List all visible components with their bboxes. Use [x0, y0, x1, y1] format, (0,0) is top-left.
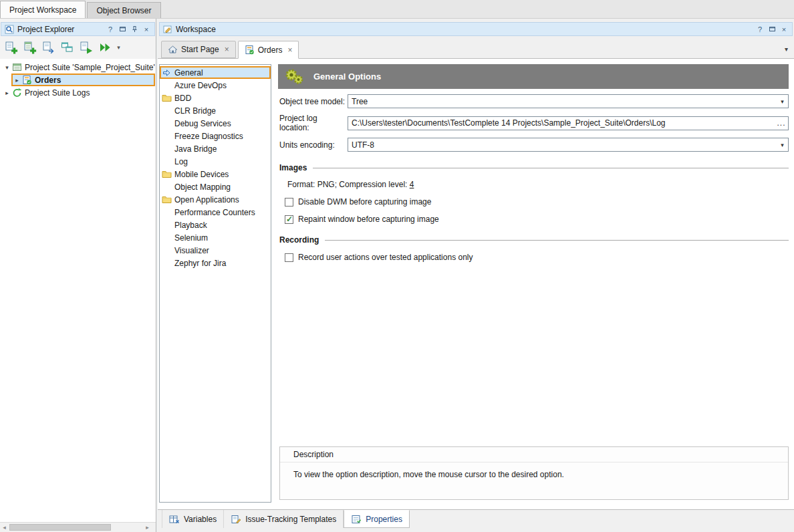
workspace-panel: Workspace ?× Start Page×Orders× ▾ Genera… [158, 19, 794, 532]
tree-item-orders[interactable]: ▸Orders [0, 74, 156, 86]
scroll-right-icon[interactable]: ▸ [143, 523, 152, 532]
select-units-encoding[interactable]: UTF-8▾ [348, 138, 789, 152]
options-item-general[interactable]: General [160, 66, 271, 79]
options-item-label: Log [174, 157, 188, 166]
options-item-label: Java Bridge [174, 144, 217, 154]
add-project-suite-item-icon[interactable] [2, 39, 20, 57]
properties-icon [351, 515, 362, 524]
main-tabbar: Project WorkspaceObject Browser [0, 0, 794, 19]
bottom-tab-properties[interactable]: Properties [344, 510, 410, 528]
chevron-down-icon[interactable]: ▾ [777, 98, 788, 105]
bottom-tab-label: Properties [366, 515, 402, 524]
scroll-left-icon[interactable]: ◂ [0, 523, 9, 532]
variables-icon [169, 515, 180, 524]
help-icon[interactable]: ? [755, 24, 765, 34]
section-header-images: Images [278, 163, 789, 172]
compression-level-link[interactable]: 4 [410, 180, 414, 189]
options-item-freeze-diagnostics[interactable]: Freeze Diagnostics [160, 130, 271, 142]
options-sections: ImagesFormat: PNG; Compression level: 4D… [278, 152, 789, 262]
description-title: Description [280, 447, 788, 462]
scrollbar-thumb[interactable] [9, 524, 111, 531]
close-icon[interactable]: × [779, 24, 789, 34]
doc-tab-start-page[interactable]: Start Page× [161, 41, 236, 58]
project-suite-icon [11, 62, 22, 72]
tree-item-project-suite-sample-project-suite-1-p[interactable]: ▾Project Suite 'Sample_Project_Suite' (1… [0, 61, 156, 74]
options-item-clr-bridge[interactable]: CLR Bridge [160, 104, 271, 117]
project-explorer-title: Project Explorer [17, 25, 102, 34]
options-item-performance-counters[interactable]: Performance Counters [160, 206, 271, 219]
run-project-icon[interactable] [77, 39, 95, 57]
help-icon[interactable]: ? [106, 24, 115, 34]
browse-button[interactable]: ... [775, 118, 788, 128]
select-value: Tree [352, 97, 777, 106]
close-tab-icon[interactable]: × [287, 45, 292, 55]
options-item-open-applications[interactable]: Open Applications [160, 193, 271, 206]
project-icon [245, 45, 255, 55]
input-project-log-location[interactable]: C:\Users\tester\Documents\TestComplete 1… [348, 116, 789, 130]
chevron-collapsed-icon[interactable]: ▸ [13, 77, 21, 84]
horizontal-scrollbar[interactable]: ◂ ▸ [0, 522, 156, 532]
main-tab-object-browser[interactable]: Object Browser [87, 2, 160, 18]
add-project-item-icon[interactable] [21, 39, 39, 57]
testcomplete-window: Project WorkspaceObject Browser Project … [0, 0, 794, 532]
description-text: To view the option description, move the… [280, 462, 788, 479]
pin-icon[interactable] [130, 24, 139, 34]
tab-list-chevron-icon[interactable]: ▾ [785, 45, 788, 53]
workspace-icon [163, 25, 172, 34]
select-object-tree-model[interactable]: Tree▾ [348, 94, 789, 108]
doc-tab-orders[interactable]: Orders× [238, 41, 299, 59]
close-tab-icon[interactable]: × [225, 45, 229, 54]
float-icon[interactable] [767, 24, 777, 34]
options-item-selenium[interactable]: Selenium [160, 231, 271, 244]
options-content: General Options Object tree model:Tree▾P… [278, 64, 789, 503]
bottom-tab-issue-tracking-templates[interactable]: Issue-Tracking Templates [224, 510, 344, 528]
run-project-suite-icon[interactable] [96, 39, 114, 57]
folder-icon [162, 195, 172, 204]
chevron-collapsed-icon[interactable]: ▸ [3, 90, 11, 96]
options-item-label: Debug Services [174, 119, 231, 128]
options-item-log[interactable]: Log [160, 155, 271, 168]
document-tabs: Start Page×Orders× [161, 41, 301, 58]
options-item-label: Zephyr for Jira [174, 259, 226, 268]
field-label: Object tree model: [279, 97, 348, 106]
organize-items-icon[interactable] [58, 39, 76, 57]
main-tab-project-workspace[interactable]: Project Workspace [0, 1, 86, 18]
options-category-list: GeneralAzure DevOpsBDDCLR BridgeDebug Se… [159, 64, 271, 503]
chevron-expanded-icon[interactable]: ▾ [3, 64, 11, 71]
logs-icon [11, 88, 22, 98]
toolbar-options-icon[interactable]: ▾ [114, 39, 123, 57]
folder-icon [162, 170, 172, 178]
image-format-info: Format: PNG; Compression level: 4 [287, 180, 789, 189]
tree-item-inner: ▾Project Suite 'Sample_Project_Suite' (1… [3, 61, 155, 74]
options-item-playback[interactable]: Playback [160, 219, 271, 231]
chevron-down-icon[interactable]: ▾ [777, 142, 788, 148]
tree-item-project-suite-logs[interactable]: ▸Project Suite Logs [0, 86, 156, 99]
document-area: GeneralAzure DevOpsBDDCLR BridgeDebug Se… [158, 58, 794, 509]
options-item-label: Selenium [174, 233, 208, 243]
options-item-label: Azure DevOps [174, 81, 227, 90]
bottom-tab-variables[interactable]: Variables [162, 510, 224, 528]
options-item-debug-services[interactable]: Debug Services [160, 117, 271, 130]
close-icon[interactable]: × [142, 24, 151, 34]
home-icon [168, 45, 178, 54]
options-item-label: Freeze Diagnostics [174, 132, 243, 141]
options-item-bdd[interactable]: BDD [160, 92, 271, 104]
options-item-mobile-devices[interactable]: Mobile Devices [160, 168, 271, 180]
options-item-visualizer[interactable]: Visualizer [160, 244, 271, 257]
options-item-zephyr-for-jira[interactable]: Zephyr for Jira [160, 257, 271, 269]
field-row-project-log-location: Project log location:C:\Users\tester\Doc… [278, 114, 789, 132]
document-tabbar: Start Page×Orders× ▾ [158, 36, 794, 58]
options-item-label: Performance Counters [174, 208, 255, 217]
options-item-azure-devops[interactable]: Azure DevOps [160, 79, 271, 92]
add-existing-item-icon[interactable] [39, 39, 57, 57]
options-item-object-mapping[interactable]: Object Mapping [160, 180, 271, 193]
options-item-java-bridge[interactable]: Java Bridge [160, 142, 271, 155]
checkbox-disable-dwm-before-capturing-image[interactable] [285, 198, 293, 207]
checkbox-repaint-window-before-capturing-image[interactable] [285, 215, 293, 224]
float-icon[interactable] [118, 24, 127, 34]
check-row-repaint-window-before-capturing-image: Repaint window before capturing image [278, 215, 789, 224]
options-item-label: Open Applications [174, 195, 239, 205]
checkbox-record-user-actions-over-tested-applications-only[interactable] [285, 253, 293, 262]
description-box: Description To view the option descripti… [279, 446, 789, 500]
checkbox-label: Record user actions over tested applicat… [298, 253, 473, 262]
